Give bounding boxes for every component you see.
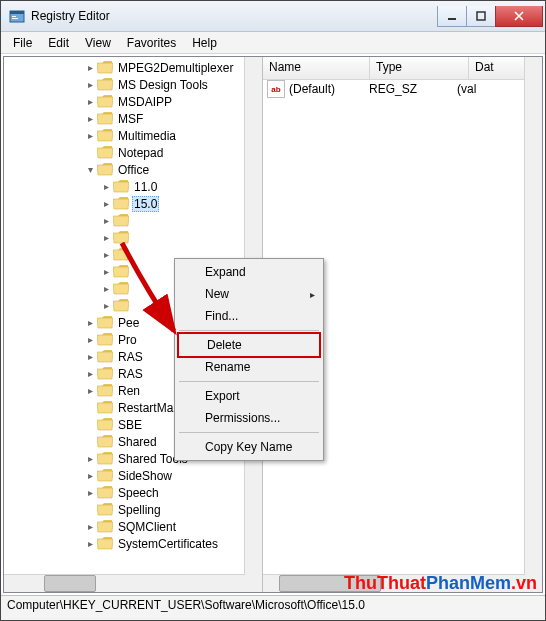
expand-icon[interactable]: ▸ <box>84 385 96 397</box>
watermark: ThuThuatPhanMem.vn <box>344 573 537 594</box>
col-type[interactable]: Type <box>370 57 469 79</box>
expand-icon[interactable]: ▸ <box>84 334 96 346</box>
tree-item[interactable]: ▸ <box>4 212 245 229</box>
tree-item[interactable]: Notepad <box>4 144 245 161</box>
expand-icon[interactable] <box>84 147 96 159</box>
tree-item[interactable]: ▸Speech <box>4 484 245 501</box>
context-menu-item[interactable]: Copy Key Name <box>177 436 321 458</box>
expand-icon[interactable]: ▸ <box>84 317 96 329</box>
expand-icon[interactable]: ▸ <box>100 181 112 193</box>
expand-icon[interactable]: ▸ <box>84 521 96 533</box>
tree-item-label: MSF <box>116 112 145 126</box>
expand-icon[interactable]: ▸ <box>84 62 96 74</box>
folder-icon <box>97 469 113 482</box>
expand-icon[interactable]: ▸ <box>100 300 112 312</box>
tree-scrollbar-horizontal[interactable] <box>4 574 245 592</box>
tree-item[interactable]: ▸Multimedia <box>4 127 245 144</box>
context-menu-item[interactable]: Rename <box>177 356 321 378</box>
highlight-box: Delete <box>177 332 321 358</box>
menu-file[interactable]: File <box>5 34 40 52</box>
folder-icon <box>97 384 113 397</box>
context-menu-item[interactable]: Find... <box>177 305 321 327</box>
tree-item-label: Shared <box>116 435 159 449</box>
folder-icon <box>97 537 113 550</box>
expand-icon[interactable]: ▸ <box>84 130 96 142</box>
tree-item[interactable]: ▸MSDAIPP <box>4 93 245 110</box>
maximize-button[interactable] <box>466 6 496 27</box>
svg-rect-5 <box>477 12 485 20</box>
tree-item[interactable]: ▸MS Design Tools <box>4 76 245 93</box>
list-scrollbar-vertical[interactable] <box>524 57 542 575</box>
col-name[interactable]: Name <box>263 57 370 79</box>
expand-icon[interactable]: ▸ <box>84 453 96 465</box>
context-menu-item[interactable]: Permissions... <box>177 407 321 429</box>
folder-icon <box>97 486 113 499</box>
folder-icon <box>97 333 113 346</box>
expand-icon[interactable]: ▸ <box>84 470 96 482</box>
context-menu-item[interactable]: Expand <box>177 261 321 283</box>
folder-icon <box>97 401 113 414</box>
window-title: Registry Editor <box>31 9 438 23</box>
expand-icon[interactable]: ▸ <box>100 232 112 244</box>
expand-icon[interactable]: ▸ <box>100 249 112 261</box>
context-menu-item[interactable]: New <box>177 283 321 305</box>
expand-icon[interactable]: ▸ <box>84 487 96 499</box>
expand-icon[interactable]: ▸ <box>84 96 96 108</box>
tree-item-label: RAS <box>116 350 145 364</box>
tree-item[interactable]: ▸MPEG2Demultiplexer <box>4 59 245 76</box>
expand-icon[interactable] <box>84 436 96 448</box>
tree-item-label: SQMClient <box>116 520 178 534</box>
folder-icon <box>97 316 113 329</box>
minimize-button[interactable] <box>437 6 467 27</box>
tree-item-label: SideShow <box>116 469 174 483</box>
expand-icon[interactable]: ▸ <box>100 215 112 227</box>
folder-icon <box>97 95 113 108</box>
tree-item[interactable]: ▸SystemCertificates <box>4 535 245 552</box>
tree-item[interactable]: ▸SQMClient <box>4 518 245 535</box>
tree-item[interactable]: ▸ <box>4 229 245 246</box>
tree-item-label: Pro <box>116 333 139 347</box>
tree-item-label: MPEG2Demultiplexer <box>116 61 235 75</box>
list-row[interactable]: ab (Default) REG_SZ (val <box>263 80 542 98</box>
tree-item-label: Notepad <box>116 146 165 160</box>
expand-icon[interactable]: ▸ <box>100 283 112 295</box>
expand-icon[interactable]: ▸ <box>100 198 112 210</box>
menu-view[interactable]: View <box>77 34 119 52</box>
tree-item[interactable]: ▸11.0 <box>4 178 245 195</box>
tree-item[interactable]: Spelling <box>4 501 245 518</box>
folder-icon <box>97 435 113 448</box>
expand-icon[interactable]: ▸ <box>84 538 96 550</box>
context-menu-item[interactable]: Delete <box>179 334 319 356</box>
expand-icon[interactable]: ▸ <box>84 79 96 91</box>
tree-item[interactable]: ▾Office <box>4 161 245 178</box>
menu-favorites[interactable]: Favorites <box>119 34 184 52</box>
scrollbar-thumb[interactable] <box>44 575 96 592</box>
folder-icon <box>113 214 129 227</box>
menu-edit[interactable]: Edit <box>40 34 77 52</box>
folder-icon <box>113 180 129 193</box>
tree-item[interactable]: ▸MSF <box>4 110 245 127</box>
context-menu-item[interactable]: Export <box>177 385 321 407</box>
expand-icon[interactable]: ▾ <box>84 164 96 176</box>
folder-icon <box>97 520 113 533</box>
tree-item-label: SystemCertificates <box>116 537 220 551</box>
registry-editor-window: Registry Editor File Edit View Favorites… <box>0 0 546 621</box>
menu-help[interactable]: Help <box>184 34 225 52</box>
expand-icon[interactable]: ▸ <box>84 368 96 380</box>
tree-item-label: Speech <box>116 486 161 500</box>
scrollbar-corner <box>245 575 262 592</box>
expand-icon[interactable]: ▸ <box>84 351 96 363</box>
expand-icon[interactable] <box>84 419 96 431</box>
expand-icon[interactable] <box>84 504 96 516</box>
expand-icon[interactable] <box>84 402 96 414</box>
expand-icon[interactable]: ▸ <box>100 266 112 278</box>
close-button[interactable] <box>495 6 543 27</box>
folder-icon <box>113 299 129 312</box>
tree-item[interactable]: ▸SideShow <box>4 467 245 484</box>
tree-item-label: Spelling <box>116 503 163 517</box>
titlebar[interactable]: Registry Editor <box>1 1 545 32</box>
expand-icon[interactable]: ▸ <box>84 113 96 125</box>
tree-item[interactable]: ▸15.0 <box>4 195 245 212</box>
value-type: REG_SZ <box>369 82 457 96</box>
list-header[interactable]: Name Type Dat <box>263 57 542 80</box>
